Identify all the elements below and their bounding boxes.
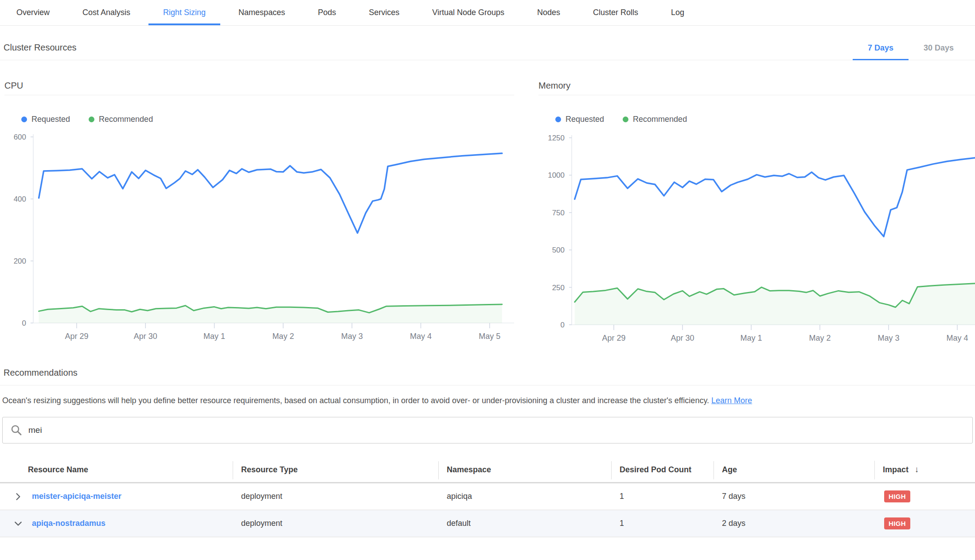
legend-item-recommended: Recommended <box>89 115 153 124</box>
tab-cluster-rolls[interactable]: Cluster Rolls <box>578 0 653 25</box>
legend-label-requested: Requested <box>31 115 70 124</box>
tab-nodes[interactable]: Nodes <box>523 0 575 25</box>
period-toggle: 7 Days 30 Days <box>853 43 969 60</box>
svg-text:May 3: May 3 <box>878 334 899 342</box>
svg-text:Apr 29: Apr 29 <box>602 334 625 342</box>
column-header-resource-name[interactable]: Resource Name <box>0 459 233 482</box>
column-header-namespace[interactable]: Namespace <box>438 459 611 482</box>
svg-text:Apr 30: Apr 30 <box>134 332 157 341</box>
svg-text:0: 0 <box>561 321 565 329</box>
requested-dot-icon <box>555 117 561 122</box>
svg-text:Apr 29: Apr 29 <box>65 332 88 341</box>
recommended-dot-icon <box>89 117 94 122</box>
svg-text:May 4: May 4 <box>946 334 968 342</box>
charts-row: CPU Requested Recommended 0200400600Apr … <box>0 81 975 344</box>
column-header-resource-type[interactable]: Resource Type <box>233 459 438 482</box>
age-cell: 7 days <box>714 492 874 501</box>
requested-dot-icon <box>21 117 27 122</box>
svg-text:May 5: May 5 <box>479 332 500 341</box>
tab-cost-analysis[interactable]: Cost Analysis <box>68 0 145 25</box>
svg-text:May 4: May 4 <box>410 332 432 341</box>
chevron-right-icon <box>14 493 22 501</box>
cpu-chart-panel: CPU Requested Recommended 0200400600Apr … <box>4 81 514 344</box>
svg-text:Apr 30: Apr 30 <box>671 334 694 342</box>
memory-chart-title: Memory <box>538 81 975 95</box>
search-icon <box>11 424 22 436</box>
memory-line-chart: 025050075010001250Apr 29Apr 30May 1May 2… <box>538 131 975 344</box>
tab-namespaces[interactable]: Namespaces <box>224 0 300 25</box>
impact-badge-high: HIGH <box>884 517 910 529</box>
resource-type-cell: deployment <box>233 492 438 501</box>
memory-chart-panel: Memory Requested Recommended 02505007501… <box>538 81 975 344</box>
column-header-impact[interactable]: Impact↓ <box>874 458 975 482</box>
namespace-cell: default <box>438 519 611 528</box>
column-header-desired-pod-count[interactable]: Desired Pod Count <box>611 459 714 482</box>
legend-label-recommended: Recommended <box>633 115 687 124</box>
top-tab-bar: Overview Cost Analysis Right Sizing Name… <box>0 0 975 26</box>
learn-more-link[interactable]: Learn More <box>711 396 752 405</box>
table-row[interactable]: apiqa-nostradamus deployment default 1 2… <box>0 510 975 537</box>
desired-pod-count-cell: 1 <box>611 492 714 501</box>
expand-row-button[interactable] <box>13 492 23 502</box>
resource-link[interactable]: apiqa-nostradamus <box>32 519 105 528</box>
svg-text:May 1: May 1 <box>203 332 225 341</box>
desired-pod-count-cell: 1 <box>611 519 714 528</box>
recommendations-title: Recommendations <box>4 368 78 378</box>
svg-text:1000: 1000 <box>548 171 565 179</box>
legend-label-recommended: Recommended <box>99 115 153 124</box>
svg-text:600: 600 <box>14 133 26 141</box>
chevron-down-icon <box>14 520 22 528</box>
svg-text:1250: 1250 <box>548 134 565 142</box>
tab-pods[interactable]: Pods <box>303 0 351 25</box>
age-cell: 2 days <box>714 519 874 528</box>
svg-text:May 2: May 2 <box>809 334 831 342</box>
table-header-row: Resource Name Resource Type Namespace De… <box>0 458 975 483</box>
recommendations-table: Resource Name Resource Type Namespace De… <box>0 458 975 537</box>
tab-overview[interactable]: Overview <box>2 0 64 25</box>
tab-right-sizing[interactable]: Right Sizing <box>148 0 220 25</box>
tab-services[interactable]: Services <box>354 0 414 25</box>
cpu-chart-legend: Requested Recommended <box>21 115 514 124</box>
cpu-chart-title: CPU <box>4 81 514 95</box>
namespace-cell: apiciqa <box>438 492 611 501</box>
impact-cell: HIGH <box>874 490 975 502</box>
cluster-resources-header: Cluster Resources 7 Days 30 Days <box>0 26 975 60</box>
resource-name-cell: meister-apiciqa-meister <box>0 492 233 502</box>
recommendations-description: Ocean's resizing suggestions will help y… <box>2 395 975 406</box>
legend-label-requested: Requested <box>566 115 604 124</box>
legend-item-recommended: Recommended <box>623 115 687 124</box>
legend-item-requested: Requested <box>555 115 604 124</box>
svg-text:May 1: May 1 <box>740 334 762 342</box>
svg-text:750: 750 <box>552 209 565 217</box>
cpu-line-chart: 0200400600Apr 29Apr 30May 1May 2May 3May… <box>4 131 514 344</box>
cluster-resources-title: Cluster Resources <box>4 43 77 60</box>
period-tab-7-days[interactable]: 7 Days <box>853 43 909 60</box>
svg-text:250: 250 <box>552 284 565 292</box>
svg-text:500: 500 <box>552 246 565 254</box>
resource-type-cell: deployment <box>233 519 438 528</box>
svg-text:400: 400 <box>14 195 26 203</box>
resource-name-cell: apiqa-nostradamus <box>0 519 233 529</box>
recommended-dot-icon <box>623 117 628 122</box>
tab-virtual-node-groups[interactable]: Virtual Node Groups <box>417 0 519 25</box>
memory-chart-legend: Requested Recommended <box>555 115 975 124</box>
svg-text:200: 200 <box>14 257 26 265</box>
sort-descending-icon[interactable]: ↓ <box>915 465 919 474</box>
table-row[interactable]: meister-apiciqa-meister deployment apici… <box>0 483 975 510</box>
resource-link[interactable]: meister-apiciqa-meister <box>32 492 121 501</box>
search-box <box>2 417 973 443</box>
impact-cell: HIGH <box>874 517 975 529</box>
svg-text:May 3: May 3 <box>341 332 363 341</box>
tab-log[interactable]: Log <box>656 0 699 25</box>
svg-text:0: 0 <box>22 319 26 327</box>
legend-item-requested: Requested <box>21 115 70 124</box>
recommendations-header: Recommendations <box>0 368 975 385</box>
search-input[interactable] <box>28 425 964 435</box>
period-tab-30-days[interactable]: 30 Days <box>909 43 969 60</box>
svg-text:May 2: May 2 <box>272 332 294 341</box>
impact-badge-high: HIGH <box>884 490 910 502</box>
collapse-row-button[interactable] <box>13 519 23 529</box>
column-header-age[interactable]: Age <box>714 459 874 482</box>
